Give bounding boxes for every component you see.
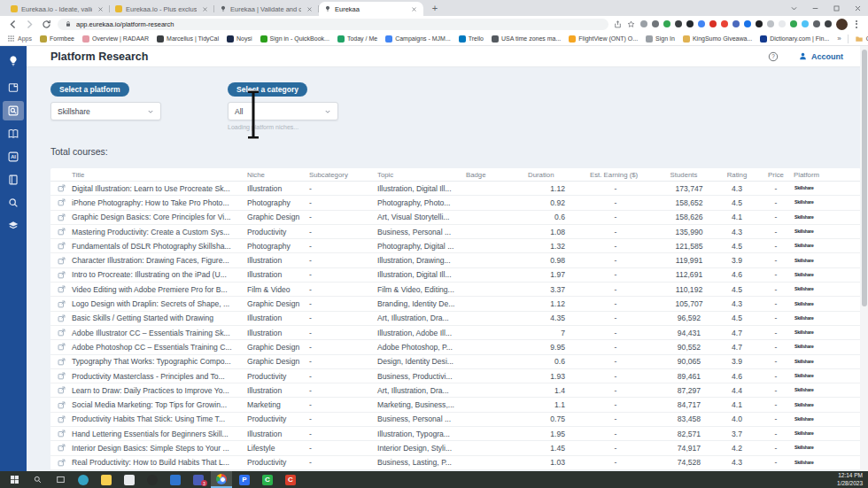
extension-icon[interactable] bbox=[663, 20, 670, 27]
table-row[interactable]: Productivity Habits That Stick: Using Ti… bbox=[50, 413, 861, 427]
table-row[interactable]: Character Illustration: Drawing Faces, F… bbox=[50, 253, 861, 267]
course-title[interactable]: Hand Lettering Essentials for Beginners … bbox=[70, 430, 245, 438]
extension-icon[interactable] bbox=[732, 20, 740, 27]
bookmark-item[interactable]: Sign In bbox=[646, 35, 675, 43]
select-category-button[interactable]: Select a category bbox=[228, 82, 307, 97]
account-button[interactable]: Account bbox=[798, 51, 843, 61]
close-window-icon[interactable] bbox=[847, 0, 868, 16]
share-icon[interactable] bbox=[614, 20, 622, 28]
browser-tab[interactable]: Eurekaa bbox=[319, 2, 423, 16]
taskbar-app-icon[interactable]: C bbox=[257, 471, 278, 488]
table-row[interactable]: iPhone Photography: How to Take Pro Phot… bbox=[50, 196, 861, 210]
table-row[interactable]: Typography That Works: Typographic Compo… bbox=[50, 355, 861, 369]
course-title[interactable]: Interior Design Basics: Simple Steps to … bbox=[70, 444, 245, 453]
course-title[interactable]: Basic Skills / Getting Started with Draw… bbox=[70, 314, 245, 322]
course-title[interactable]: Productivity Masterclass - Principles an… bbox=[70, 372, 245, 381]
tab-close-icon[interactable] bbox=[96, 4, 105, 13]
address-bar[interactable]: app.eurekaa.io/platform-research bbox=[58, 19, 608, 30]
table-row[interactable]: Intro to Procreate: Illustrating on the … bbox=[50, 268, 861, 283]
maximize-icon[interactable] bbox=[825, 0, 847, 16]
course-title[interactable]: Real Productivity: How to Build Habits T… bbox=[70, 458, 245, 467]
table-row[interactable]: Social Media Marketing: Top Tips for Gro… bbox=[50, 398, 861, 412]
extension-icon[interactable] bbox=[744, 20, 751, 27]
course-title[interactable]: Logo Design with Draplin: Secrets of Sha… bbox=[70, 299, 245, 308]
table-row[interactable]: Real Productivity: How to Build Habits T… bbox=[50, 456, 861, 470]
external-link-icon[interactable] bbox=[58, 314, 66, 322]
external-link-icon[interactable] bbox=[58, 228, 66, 236]
browser-tab[interactable]: Eurekaa.io - Plus exclusive | App... bbox=[110, 2, 214, 16]
external-link-icon[interactable] bbox=[58, 430, 66, 438]
external-link-icon[interactable] bbox=[58, 459, 66, 467]
course-title[interactable]: Fundamentals of DSLR Photography Skillsh… bbox=[70, 242, 245, 251]
bookmark-item[interactable]: FlightView (ONT) O... bbox=[569, 35, 638, 43]
tab-close-icon[interactable] bbox=[409, 4, 418, 13]
extension-icon[interactable] bbox=[790, 20, 797, 27]
sidebar-item-platform-research[interactable] bbox=[3, 101, 24, 120]
browser-menu-icon[interactable] bbox=[852, 20, 861, 28]
extension-icon[interactable] bbox=[686, 20, 694, 27]
extension-icon[interactable] bbox=[709, 20, 717, 27]
course-title[interactable]: Intro to Procreate: Illustrating on the … bbox=[70, 270, 245, 279]
sidebar-item-courses[interactable] bbox=[3, 216, 24, 236]
extension-icon[interactable] bbox=[756, 20, 763, 27]
bookmark-star-icon[interactable] bbox=[627, 20, 635, 28]
extension-icon[interactable] bbox=[825, 20, 832, 27]
taskbar-app-icon[interactable] bbox=[73, 471, 94, 488]
help-icon[interactable] bbox=[768, 51, 779, 62]
course-title[interactable]: Social Media Marketing: Top Tips for Gro… bbox=[70, 400, 245, 409]
taskbar-app-icon[interactable]: C bbox=[280, 471, 301, 488]
external-link-icon[interactable] bbox=[58, 386, 66, 394]
taskbar-app-icon[interactable] bbox=[96, 471, 117, 488]
extension-icon[interactable] bbox=[721, 20, 728, 27]
new-tab-button[interactable]: + bbox=[429, 3, 441, 15]
external-link-icon[interactable] bbox=[58, 444, 66, 452]
sidebar-item-notebook[interactable] bbox=[3, 170, 24, 190]
taskbar-app-icon[interactable]: 3 bbox=[188, 471, 209, 488]
other-bookmarks[interactable]: Other bookmarks bbox=[855, 35, 868, 43]
taskbar-app-icon[interactable] bbox=[211, 471, 232, 488]
extension-icon[interactable] bbox=[652, 20, 659, 27]
table-row[interactable]: Interior Design Basics: Simple Steps to … bbox=[50, 441, 861, 455]
bookmark-item[interactable]: Formbee bbox=[40, 35, 74, 43]
bookmark-item[interactable]: Noysi bbox=[227, 35, 252, 43]
table-row[interactable]: Logo Design with Draplin: Secrets of Sha… bbox=[50, 297, 861, 311]
sidebar-item-book[interactable] bbox=[3, 124, 24, 143]
platform-dropdown[interactable]: Skillshare bbox=[50, 102, 161, 120]
profile-avatar[interactable] bbox=[836, 19, 848, 30]
course-title[interactable]: iPhone Photography: How to Take Pro Phot… bbox=[70, 198, 245, 207]
table-row[interactable]: Graphic Design Basics: Core Principles f… bbox=[50, 211, 861, 225]
course-title[interactable]: Productivity Habits That Stick: Using Ti… bbox=[70, 414, 245, 423]
browser-tab[interactable]: Eurekaa.io - Ideate, validate & c... bbox=[5, 2, 110, 16]
bookmark-item[interactable]: Today / Me bbox=[337, 35, 377, 43]
tab-search-chevron-icon[interactable] bbox=[783, 0, 804, 16]
forward-icon[interactable] bbox=[24, 19, 35, 30]
external-link-icon[interactable] bbox=[58, 198, 66, 206]
bookmark-item[interactable]: Sign in - QuickBook... bbox=[260, 35, 329, 43]
table-row[interactable]: Basic Skills / Getting Started with Draw… bbox=[50, 312, 861, 326]
bookmark-item[interactable]: Trello bbox=[459, 35, 484, 43]
browser-tab[interactable]: Eurekaa | Validate and create co... bbox=[214, 2, 319, 16]
category-dropdown[interactable]: All bbox=[228, 102, 338, 120]
external-link-icon[interactable] bbox=[58, 358, 66, 366]
taskbar-app-icon[interactable] bbox=[142, 471, 163, 488]
external-link-icon[interactable] bbox=[58, 329, 66, 337]
course-title[interactable]: Character Illustration: Drawing Faces, F… bbox=[70, 256, 245, 265]
sidebar-item-search[interactable] bbox=[3, 193, 24, 213]
scrollbar-thumb[interactable] bbox=[862, 50, 867, 306]
table-row[interactable]: Mastering Productivity: Create a Custom … bbox=[50, 225, 861, 239]
course-title[interactable]: Adobe Illustrator CC – Essentials Traini… bbox=[70, 329, 245, 337]
page-scrollbar[interactable] bbox=[860, 46, 868, 471]
tab-close-icon[interactable] bbox=[200, 4, 209, 13]
extension-icon[interactable] bbox=[802, 20, 809, 27]
course-title[interactable]: Digital Illustration: Learn to Use Procr… bbox=[70, 184, 245, 193]
table-row[interactable]: Fundamentals of DSLR Photography Skillsh… bbox=[50, 239, 861, 253]
minimize-icon[interactable] bbox=[804, 0, 825, 16]
sidebar-item-window[interactable] bbox=[3, 78, 24, 97]
table-row[interactable]: Learn to Draw: Daily Practices to Improv… bbox=[50, 383, 861, 398]
taskbar-search-icon[interactable] bbox=[27, 471, 48, 488]
external-link-icon[interactable] bbox=[58, 401, 66, 409]
course-title[interactable]: Typography That Works: Typographic Compo… bbox=[70, 357, 245, 366]
external-link-icon[interactable] bbox=[58, 285, 66, 293]
taskbar-app-icon[interactable] bbox=[165, 471, 186, 488]
external-link-icon[interactable] bbox=[58, 300, 66, 308]
